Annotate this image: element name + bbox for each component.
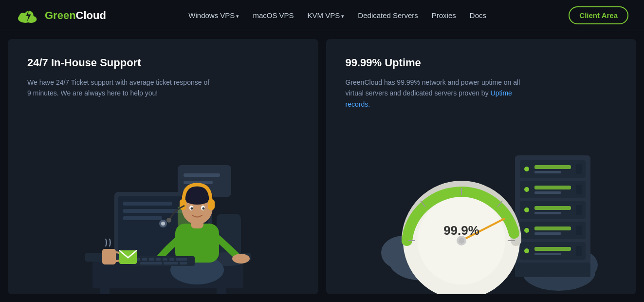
svg-rect-79 [534,232,561,235]
svg-point-67 [524,187,529,192]
svg-rect-74 [534,212,561,214]
svg-rect-69 [534,191,561,194]
svg-rect-47 [169,258,174,261]
svg-point-40 [232,254,250,264]
svg-rect-52 [102,249,116,264]
svg-point-34 [166,218,171,223]
svg-rect-68 [534,186,571,189]
svg-rect-45 [156,258,161,261]
logo-text: GreenCloud [45,9,106,22]
svg-rect-8 [217,288,226,294]
uptime-card-title: 99.99% Uptime [346,57,617,69]
svg-point-77 [524,228,529,233]
uptime-card: 99.99% Uptime GreenCloud has 99.99% netw… [326,39,637,294]
support-illustration [46,129,280,294]
nav-links: Windows VPS macOS VPS KVM VPS Dedicated … [188,11,486,20]
nav-item-dedicated-servers[interactable]: Dedicated Servers [358,11,418,19]
support-card-description: We have 24/7 Ticket support with average… [27,77,212,99]
svg-point-37 [190,208,193,210]
uptime-card-description: GreenCloud has 99.99% network and power … [346,77,531,110]
svg-rect-33 [208,199,215,210]
svg-rect-73 [534,206,571,210]
nav-item-proxies[interactable]: Proxies [432,11,456,19]
svg-rect-15 [123,216,162,220]
svg-rect-48 [176,258,187,261]
svg-rect-75 [576,205,582,215]
svg-point-38 [202,208,204,210]
nav-item-windows-vps[interactable]: Windows VPS [188,11,239,19]
nav-item-kvm-vps[interactable]: KVM VPS [308,11,345,19]
svg-rect-13 [123,202,172,206]
nav-item-docs[interactable]: Docs [470,11,486,19]
svg-rect-78 [534,226,571,230]
svg-rect-86 [515,263,590,277]
svg-rect-64 [534,171,561,173]
logo[interactable]: GreenCloud [16,7,106,24]
main-content: 24/7 In-House Support We have 24/7 Ticke… [0,31,644,302]
support-card-title: 24/7 In-House Support [27,57,299,69]
svg-point-97 [459,238,464,244]
svg-rect-70 [576,185,582,194]
svg-rect-65 [576,164,582,174]
svg-rect-44 [149,258,154,261]
svg-rect-83 [534,247,571,251]
svg-rect-7 [100,288,110,294]
support-card: 24/7 In-House Support We have 24/7 Ticke… [8,39,318,294]
logo-icon [16,7,40,24]
svg-rect-46 [163,258,167,261]
client-area-button[interactable]: Client Area [569,6,628,24]
svg-rect-21 [184,173,220,177]
svg-point-18 [161,222,165,226]
svg-point-72 [524,208,529,212]
nav-item-macos-vps[interactable]: macOS VPS [253,11,294,19]
svg-point-82 [524,248,529,253]
svg-rect-85 [576,246,582,256]
svg-rect-50 [164,262,178,264]
svg-rect-51 [180,262,187,264]
svg-rect-84 [534,253,561,255]
svg-rect-80 [576,226,582,235]
svg-rect-43 [142,258,147,261]
uptime-illustration: 99.9% [364,129,598,294]
svg-point-62 [524,167,529,171]
svg-text:99.9%: 99.9% [443,223,479,238]
svg-rect-63 [534,165,571,169]
svg-rect-49 [140,262,162,264]
